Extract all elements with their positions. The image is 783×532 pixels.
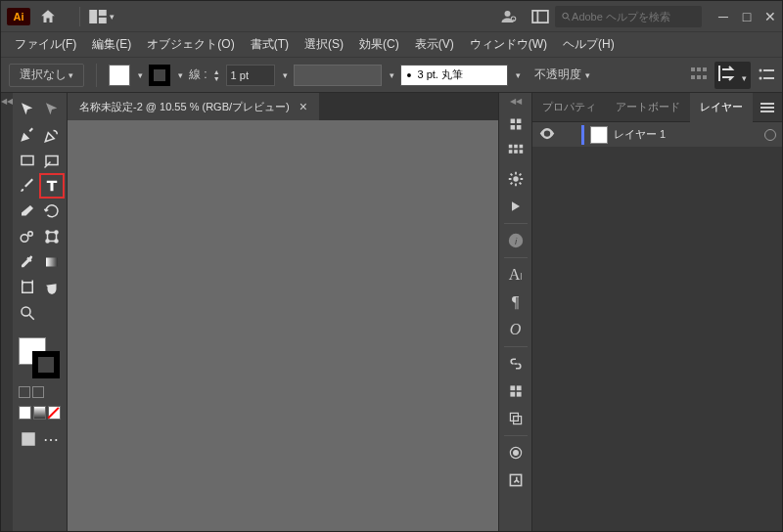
swap-colors-icon[interactable]	[32, 386, 44, 398]
stroke-width-input[interactable]: 1 pt	[226, 65, 275, 86]
shape-builder-tool[interactable]	[40, 148, 66, 173]
home-button[interactable]	[36, 5, 60, 28]
layer-row[interactable]: レイヤー 1	[532, 122, 782, 148]
document-tab-title: 名称未設定-2 @ 10.55 % (RGB/プレビュー)	[79, 100, 290, 114]
stroke-stepper[interactable]: ▲▼	[213, 68, 220, 82]
window-controls: ─ □ ✕	[712, 7, 782, 26]
close-button[interactable]: ✕	[759, 7, 782, 26]
free-transform-tool[interactable]	[40, 224, 66, 249]
chevron-down-icon[interactable]: ▾	[516, 70, 521, 80]
layer-name[interactable]: レイヤー 1	[614, 127, 759, 142]
more-options-icon[interactable]	[759, 66, 774, 84]
svg-point-30	[55, 240, 58, 243]
selection-tool[interactable]	[15, 97, 40, 122]
asset-export-panel-icon[interactable]	[503, 467, 529, 493]
menu-select[interactable]: 選択(S)	[297, 32, 351, 57]
maximize-button[interactable]: □	[735, 7, 759, 26]
toolbar-collapse-button[interactable]: ◀◀	[1, 93, 13, 531]
close-tab-button[interactable]: ×	[299, 99, 307, 114]
none-mode-button[interactable]	[48, 406, 61, 420]
app-logo: Ai	[7, 8, 30, 25]
fill-stroke-swatches[interactable]	[15, 337, 65, 382]
swatches-panel-icon[interactable]	[503, 139, 529, 164]
visibility-icon[interactable]	[538, 126, 556, 144]
color-panel-icon[interactable]	[503, 111, 529, 137]
arrange-documents-button[interactable]: ▾	[88, 10, 115, 23]
gradient-tool[interactable]	[40, 249, 66, 275]
opacity-button[interactable]: 不透明度 ▾	[527, 64, 598, 87]
svg-point-25	[28, 232, 33, 237]
pen-tool[interactable]	[15, 122, 40, 148]
svg-rect-32	[23, 283, 33, 293]
svg-rect-1	[99, 10, 107, 16]
layer-thumbnail[interactable]	[590, 126, 608, 144]
dock-collapse-button[interactable]: ◀◀	[510, 97, 522, 106]
minimize-button[interactable]: ─	[712, 7, 735, 26]
svg-rect-10	[691, 67, 695, 71]
svg-point-28	[55, 231, 58, 234]
stroke-color-swatch[interactable]	[149, 65, 170, 86]
tab-artboards[interactable]: アートボード	[606, 93, 690, 122]
menu-window[interactable]: ウィンドウ(W)	[462, 32, 555, 57]
type-tool[interactable]	[39, 173, 65, 199]
direct-selection-tool[interactable]	[40, 97, 66, 122]
canvas[interactable]	[68, 120, 498, 531]
gear-icon[interactable]	[503, 166, 529, 192]
panel-menu-button[interactable]	[753, 99, 782, 116]
variable-width-profile[interactable]	[294, 65, 382, 86]
svg-rect-56	[760, 103, 774, 105]
menu-type[interactable]: 書式(T)	[243, 32, 297, 57]
chevron-down-icon[interactable]: ▾	[390, 70, 394, 80]
tab-layers[interactable]: レイヤー	[690, 93, 753, 122]
menu-edit[interactable]: 編集(E)	[84, 32, 139, 57]
rotate-tool[interactable]	[40, 199, 66, 224]
color-mode-button[interactable]	[19, 406, 31, 420]
align-panel-icon[interactable]	[503, 378, 529, 404]
appearance-panel-icon[interactable]	[503, 440, 529, 466]
actions-panel-icon[interactable]	[503, 194, 529, 219]
menu-view[interactable]: 表示(V)	[407, 32, 462, 57]
menu-object[interactable]: オブジェクト(O)	[139, 32, 242, 57]
selection-indicator[interactable]: 選択なし ▾	[9, 64, 84, 87]
character-panel-icon[interactable]: A|	[503, 262, 529, 288]
rectangle-tool[interactable]	[15, 148, 40, 173]
arrange-window-button[interactable]	[531, 10, 549, 23]
align-panel-icon[interactable]	[691, 66, 707, 85]
menu-file[interactable]: ファイル(F)	[7, 32, 84, 57]
options-bar: 選択なし ▾ ▾ ▾ 線 : ▲▼ 1 pt ▾ ▾ • 3 pt. 丸筆 ▾ …	[1, 58, 782, 93]
svg-rect-20	[763, 77, 774, 79]
paragraph-panel-icon[interactable]: ¶	[503, 289, 529, 315]
search-input[interactable]	[572, 11, 696, 22]
default-colors-icon[interactable]	[19, 386, 30, 398]
links-panel-icon[interactable]	[503, 351, 529, 377]
info-panel-icon[interactable]: i	[503, 228, 529, 253]
hand-tool[interactable]	[40, 275, 66, 300]
eyedropper-tool[interactable]	[15, 249, 40, 275]
user-account-button[interactable]: +	[500, 8, 518, 25]
opentype-panel-icon[interactable]: O	[503, 317, 529, 342]
curvature-tool[interactable]	[40, 122, 66, 148]
paintbrush-tool[interactable]	[15, 173, 39, 199]
drawing-mode-normal[interactable]	[19, 429, 38, 449]
chevron-down-icon[interactable]: ▾	[283, 70, 288, 80]
edit-toolbar-button[interactable]: ⋯	[42, 429, 62, 449]
chevron-down-icon[interactable]: ▾	[178, 70, 183, 80]
eraser-tool[interactable]	[15, 199, 40, 224]
menu-help[interactable]: ヘルプ(H)	[555, 32, 622, 57]
svg-rect-14	[697, 75, 701, 79]
artboard-tool[interactable]	[15, 275, 40, 300]
layer-target-icon[interactable]	[764, 129, 776, 141]
menu-effect[interactable]: 効果(C)	[351, 32, 407, 57]
stroke-swatch[interactable]	[32, 351, 60, 378]
scale-tool[interactable]	[15, 224, 40, 249]
brush-definition[interactable]: • 3 pt. 丸筆	[400, 65, 508, 86]
pathfinder-panel-icon[interactable]	[503, 406, 529, 431]
zoom-tool[interactable]	[15, 300, 40, 326]
search-box[interactable]	[555, 6, 702, 27]
tab-properties[interactable]: プロパティ	[532, 93, 606, 122]
document-tab[interactable]: 名称未設定-2 @ 10.55 % (RGB/プレビュー) ×	[68, 93, 319, 120]
chevron-down-icon[interactable]: ▾	[138, 70, 143, 80]
fill-color-swatch[interactable]	[109, 65, 130, 86]
transform-panel-icon[interactable]: ▾	[714, 62, 751, 89]
gradient-mode-button[interactable]	[33, 406, 46, 420]
